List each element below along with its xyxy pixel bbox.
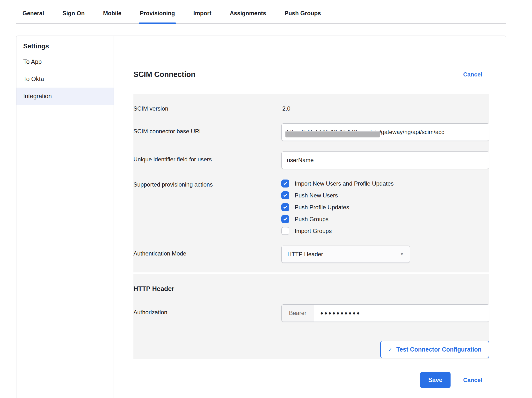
sidebar-item-to-app[interactable]: To App — [16, 53, 114, 70]
authorization-label: Authorization — [133, 304, 281, 316]
authorization-input-group: Bearer ●●●●●●●●●● — [281, 304, 489, 322]
scim-form: SCIM version 2.0 SCIM connector base URL… — [133, 94, 489, 359]
app-tab-bar: General Sign On Mobile Provisioning Impo… — [16, 6, 506, 24]
base-url-row: SCIM connector base URL https://b5bd-185… — [133, 118, 489, 146]
sidebar-item-to-okta[interactable]: To Okta — [16, 70, 114, 88]
http-header-section: HTTP Header Authorization Bearer ●●●●●●●… — [133, 274, 489, 359]
base-url-value: https://b5bd-185-19-67-148.ngrok.io/gate… — [287, 129, 444, 135]
base-url-input[interactable]: https://b5bd-185-19-67-148.ngrok.io/gate… — [281, 123, 489, 141]
save-button[interactable]: Save — [420, 372, 451, 388]
unique-identifier-value: userName — [287, 157, 314, 164]
auth-mode-row: Authentication Mode HTTP Header ▼ — [133, 240, 489, 263]
tab-mobile[interactable]: Mobile — [102, 6, 122, 23]
checkbox-push-new-users[interactable] — [281, 191, 289, 199]
scim-connection-header: SCIM Connection Cancel — [133, 70, 482, 79]
redacted-url-segment: https://b5bd-185-19-67-148.ngrok.io — [287, 129, 379, 135]
sidebar-item-integration[interactable]: Integration — [16, 88, 114, 105]
checkbox-row-push-groups[interactable]: Push Groups — [281, 215, 489, 223]
tab-push-groups[interactable]: Push Groups — [284, 6, 321, 23]
checkbox-row-import-groups[interactable]: Import Groups — [281, 227, 489, 235]
test-button-row: ✓ Test Connector Configuration — [133, 327, 489, 358]
check-icon: ✓ — [388, 346, 392, 353]
test-connector-configuration-button[interactable]: ✓ Test Connector Configuration — [380, 341, 489, 358]
tab-assignments[interactable]: Assignments — [229, 6, 267, 23]
sidebar-heading: Settings — [16, 36, 114, 53]
checkbox-label: Push Profile Updates — [295, 204, 349, 211]
tab-import[interactable]: Import — [193, 6, 212, 23]
unique-identifier-label: Unique identifier field for users — [133, 151, 281, 164]
checkbox-label: Import Groups — [295, 228, 332, 234]
main-content: SCIM Connection Cancel SCIM version 2.0 … — [114, 36, 506, 398]
settings-sidebar: Settings To App To Okta Integration — [16, 36, 114, 398]
authorization-token-input[interactable]: ●●●●●●●●●● — [314, 305, 489, 322]
provisioning-actions-list: Import New Users and Profile Updates Pus… — [281, 180, 489, 235]
checkbox-label: Push New Users — [295, 192, 338, 199]
footer-actions: Save Cancel — [114, 372, 482, 388]
connection-settings-section: SCIM version 2.0 SCIM connector base URL… — [133, 94, 489, 272]
auth-mode-value: HTTP Header — [287, 251, 323, 258]
scim-version-value: 2.0 — [282, 105, 489, 113]
scim-version-row: SCIM version 2.0 — [133, 99, 489, 118]
provisioning-actions-label: Supported provisioning actions — [133, 180, 281, 189]
checkbox-label: Import New Users and Profile Updates — [295, 180, 394, 187]
check-icon — [283, 205, 287, 209]
footer-cancel-link[interactable]: Cancel — [463, 377, 482, 383]
checkbox-label: Push Groups — [295, 216, 328, 223]
auth-mode-select[interactable]: HTTP Header ▼ — [281, 246, 410, 263]
provisioning-actions-row: Supported provisioning actions Import Ne… — [133, 174, 489, 240]
checkbox-push-profile-updates[interactable] — [281, 203, 289, 211]
checkbox-row-push-new-users[interactable]: Push New Users — [281, 191, 489, 199]
bearer-prefix: Bearer — [282, 305, 314, 322]
checkbox-row-push-profile-updates[interactable]: Push Profile Updates — [281, 203, 489, 211]
checkbox-import-new-users[interactable] — [281, 180, 289, 188]
page-title: SCIM Connection — [133, 70, 196, 79]
authorization-row: Authorization Bearer ●●●●●●●●●● — [133, 299, 489, 327]
checkbox-row-import-new-users[interactable]: Import New Users and Profile Updates — [281, 180, 489, 188]
auth-mode-label: Authentication Mode — [133, 246, 281, 258]
base-url-label: SCIM connector base URL — [133, 123, 281, 135]
checkbox-push-groups[interactable] — [281, 215, 289, 223]
visible-url-segment: /gateway/ng/api/scim/acc — [379, 129, 444, 135]
unique-identifier-row: Unique identifier field for users userNa… — [133, 146, 489, 174]
tab-provisioning[interactable]: Provisioning — [139, 6, 175, 23]
provisioning-panel: Settings To App To Okta Integration SCIM… — [16, 36, 506, 398]
http-header-heading: HTTP Header — [133, 283, 489, 299]
tab-sign-on[interactable]: Sign On — [62, 6, 85, 23]
tab-general[interactable]: General — [22, 6, 44, 23]
scim-version-label: SCIM version — [133, 105, 281, 113]
chevron-down-icon: ▼ — [400, 252, 404, 257]
check-icon — [283, 181, 287, 185]
unique-identifier-input[interactable]: userName — [281, 151, 489, 169]
test-button-label: Test Connector Configuration — [396, 346, 481, 353]
header-cancel-link[interactable]: Cancel — [463, 71, 482, 78]
check-icon — [283, 193, 287, 197]
checkbox-import-groups[interactable] — [281, 227, 289, 235]
check-icon — [283, 217, 287, 220]
